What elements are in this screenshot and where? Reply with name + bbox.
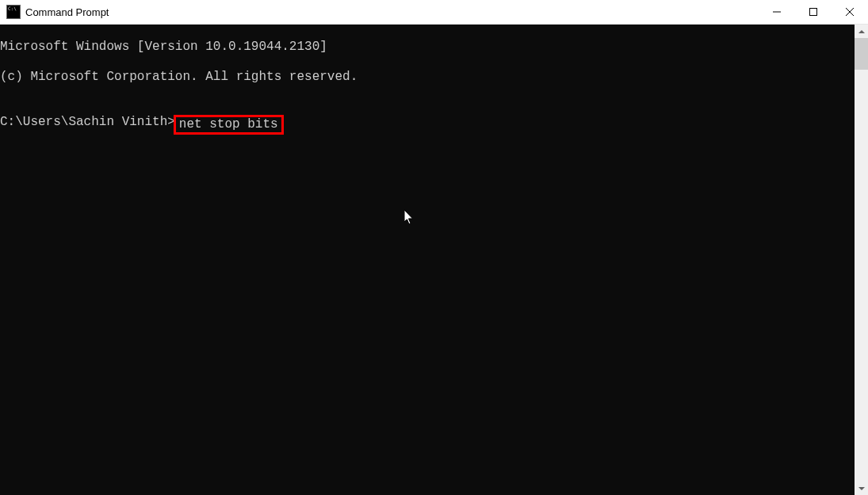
- scroll-track[interactable]: [855, 38, 868, 482]
- titlebar-left: Command Prompt: [6, 5, 109, 19]
- scroll-up-arrow-icon[interactable]: [855, 25, 868, 38]
- titlebar[interactable]: Command Prompt: [0, 0, 868, 25]
- prompt-line: C:\Users\Sachin Vinith>net stop bits: [0, 115, 855, 135]
- scroll-thumb[interactable]: [855, 38, 868, 70]
- scroll-down-arrow-icon[interactable]: [855, 482, 868, 495]
- typed-command: net stop bits: [179, 117, 278, 131]
- maximize-button[interactable]: [795, 0, 832, 24]
- client-area: Microsoft Windows [Version 10.0.19044.21…: [0, 25, 868, 495]
- svg-rect-1: [810, 9, 817, 16]
- minimize-button[interactable]: [759, 0, 795, 24]
- vertical-scrollbar[interactable]: [855, 25, 868, 495]
- close-button[interactable]: [832, 0, 868, 24]
- command-highlight: net stop bits: [174, 115, 284, 135]
- window-controls: [759, 0, 868, 24]
- mouse-cursor-icon: [404, 210, 414, 225]
- command-prompt-window: Command Prompt Microsoft Windows [Versio…: [0, 0, 868, 495]
- prompt-path: C:\Users\Sachin Vinith>: [0, 115, 175, 130]
- output-line: Microsoft Windows [Version 10.0.19044.21…: [0, 40, 855, 55]
- cmd-icon: [6, 5, 21, 19]
- terminal-output[interactable]: Microsoft Windows [Version 10.0.19044.21…: [0, 25, 855, 495]
- window-title: Command Prompt: [25, 6, 109, 18]
- output-line: (c) Microsoft Corporation. All rights re…: [0, 70, 855, 85]
